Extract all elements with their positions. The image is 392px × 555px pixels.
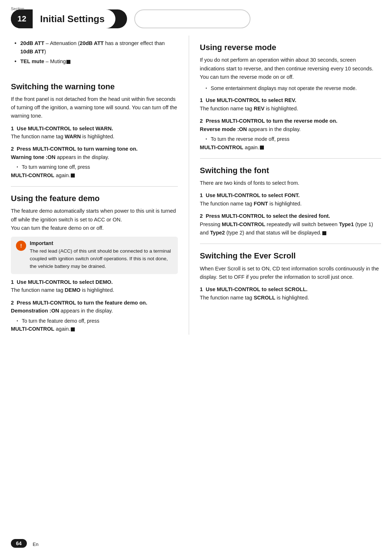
warning-tone-body: If the front panel is not detached from … (11, 95, 178, 121)
reverse-mode-bullet-1: Some entertainment displays may not oper… (206, 84, 381, 92)
important-box: ! Important The red lead (ACC) of this u… (11, 237, 178, 274)
end-icon-demo (71, 327, 75, 331)
heading-reverse-mode: Using reverse mode (200, 43, 381, 52)
step-font-1-title: 1 Use MULTI-CONTROL to select FONT. (200, 192, 381, 200)
step-warn-1-title: 1 Use MULTI-CONTROL to select WARN. (11, 125, 178, 133)
step-warn-1-body: The function name tag WARN is highlighte… (11, 132, 178, 141)
step-demo-2-body: Demonstration :ON appears in the display… (11, 307, 178, 315)
step-rev-2-bullets: To turn the reverse mode off, press (200, 135, 381, 143)
step-warn-2-title: 2 Press MULTI-CONTROL to turn warning to… (11, 145, 178, 153)
divider-3 (200, 244, 381, 244)
intro-bullet-list: 20dB ATT – Attenuation (20dB ATT has a s… (11, 36, 178, 75)
step-scroll-1-body: The function name tag SCROLL is highligh… (200, 294, 381, 302)
step-demo-2-multi: MULTI-CONTROL again. (11, 325, 178, 333)
step-warn-1: 1 Use MULTI-CONTROL to select WARN. The … (11, 125, 178, 141)
step-font-1: 1 Use MULTI-CONTROL to select FONT. The … (200, 192, 381, 208)
section-reverse-mode: Using reverse mode If you do not perform… (200, 43, 381, 152)
reverse-mode-bullets: Some entertainment displays may not oper… (200, 84, 381, 92)
right-column: Using reverse mode If you do not perform… (189, 36, 381, 335)
step-font-1-body: The function name tag FONT is highlighte… (200, 200, 381, 208)
step-rev-2-title: 2 Press MULTI-CONTROL to turn the revers… (200, 117, 381, 125)
important-icon: ! (16, 241, 26, 251)
step-warn-2-bullets: To turn warning tone off, press (11, 163, 178, 171)
section-switching-font: Switching the font There are two kinds o… (200, 166, 381, 237)
heading-switching-font: Switching the font (200, 166, 381, 175)
important-text: The red lead (ACC) of this unit should b… (30, 248, 173, 270)
step-font-2-body: Pressing MULTI-CONTROL repeatedly will s… (200, 220, 381, 237)
end-icon-warn (71, 174, 75, 177)
step-demo-2-title: 2 Press MULTI-CONTROL to turn the featur… (11, 299, 178, 307)
heading-warning-tone: Switching the warning tone (11, 82, 178, 91)
step-rev-1-title: 1 Use MULTI-CONTROL to select REV. (200, 97, 381, 105)
step-rev-1-body: The function name tag REV is highlighted… (200, 105, 381, 113)
header-right-box (134, 9, 250, 28)
important-title: Important (30, 240, 173, 246)
step-scroll-1-title: 1 Use MULTI-CONTROL to select SCROLL. (200, 286, 381, 294)
step-font-2: 2 Press MULTI-CONTROL to select the desi… (200, 212, 381, 237)
section-warning-tone: Switching the warning tone If the front … (11, 82, 178, 180)
step-warn-2-body: Warning tone :ON appears in the display. (11, 153, 178, 162)
step-rev-2-bullet-1: To turn the reverse mode off, press (206, 135, 381, 143)
step-demo-2-bullets: To turn the feature demo off, press (11, 317, 178, 325)
step-demo-1-title: 1 Use MULTI-CONTROL to select DEMO. (11, 278, 178, 286)
section-feature-demo: Using the feature demo The feature demo … (11, 194, 178, 333)
step-demo-1: 1 Use MULTI-CONTROL to select DEMO. The … (11, 278, 178, 295)
heading-feature-demo: Using the feature demo (11, 194, 178, 203)
ever-scroll-body: When Ever Scroll is set to ON, CD text i… (200, 265, 381, 281)
step-warn-2-multi: MULTI-CONTROL again. (11, 171, 178, 180)
step-rev-2: 2 Press MULTI-CONTROL to turn the revers… (200, 117, 381, 152)
divider-1 (11, 186, 178, 187)
section-badge: 12 Initial Settings (11, 9, 127, 28)
section-title: Initial Settings (40, 13, 105, 25)
step-warn-2: 2 Press MULTI-CONTROL to turn warning to… (11, 145, 178, 180)
section-number: 12 (11, 9, 33, 28)
end-icon (66, 60, 70, 64)
page-number: 64 (11, 539, 27, 548)
step-demo-2: 2 Press MULTI-CONTROL to turn the featur… (11, 299, 178, 334)
step-font-2-title: 2 Press MULTI-CONTROL to select the desi… (200, 212, 381, 220)
reverse-mode-body: If you do not perform an operation withi… (200, 56, 381, 81)
step-warn-2-bullet-1: To turn warning tone off, press (17, 163, 178, 171)
important-content: Important The red lead (ACC) of this uni… (30, 240, 173, 270)
divider-2 (200, 158, 381, 159)
step-rev-2-body: Reverse mode :ON appears in the display. (200, 125, 381, 134)
end-icon-font (322, 231, 326, 235)
end-icon-rev (260, 146, 264, 150)
section-label: Section (11, 7, 24, 11)
section-ever-scroll: Switching the Ever Scroll When Ever Scro… (200, 251, 381, 302)
step-rev-2-multi: MULTI-CONTROL again. (200, 143, 381, 152)
left-column: 20dB ATT – Attenuation (20dB ATT has a s… (11, 36, 189, 335)
bullet-item-20db: 20dB ATT – Attenuation (20dB ATT has a s… (15, 39, 178, 56)
switching-font-body: There are two kinds of fonts to select f… (200, 179, 381, 187)
page-lang: En (33, 542, 38, 547)
step-rev-1: 1 Use MULTI-CONTROL to select REV. The f… (200, 97, 381, 113)
bullet-item-tel-mute: TEL mute – Muting (15, 57, 178, 66)
step-demo-2-bullet-1: To turn the feature demo off, press (17, 317, 178, 325)
feature-demo-body: The feature demo automatically starts wh… (11, 207, 178, 232)
step-demo-1-body: The function name tag DEMO is highlighte… (11, 286, 178, 294)
heading-ever-scroll: Switching the Ever Scroll (200, 251, 381, 261)
step-scroll-1: 1 Use MULTI-CONTROL to select SCROLL. Th… (200, 286, 381, 302)
